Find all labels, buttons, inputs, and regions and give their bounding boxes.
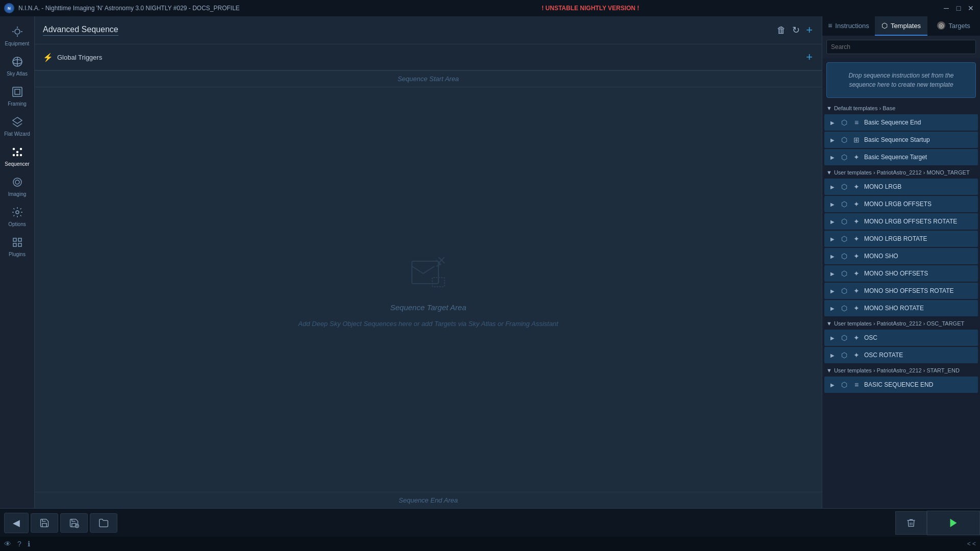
template-label: OSC ROTATE <box>864 352 903 359</box>
sequence-delete-button[interactable] <box>895 511 927 535</box>
target-icon: ✦ <box>852 153 861 162</box>
svg-point-13 <box>15 180 19 184</box>
back-button[interactable]: ◀ <box>4 513 29 533</box>
cube-icon: ⬡ <box>840 234 849 243</box>
category-default-base-label: Default templates › Base <box>834 105 895 111</box>
search-bar <box>822 36 980 58</box>
template-basic-seq-startup[interactable]: ▶ ⬡ ⊞ Basic Sequence Startup <box>824 132 978 148</box>
template-basic-seq-end[interactable]: ▶ ⬡ ≡ Basic Sequence End <box>824 114 978 131</box>
svg-point-10 <box>16 155 18 156</box>
add-trigger-button[interactable]: + <box>805 49 814 65</box>
minimize-button[interactable]: ─ <box>941 3 951 13</box>
collapse-user-mono-icon[interactable]: ▼ <box>826 169 832 176</box>
filter-icon: ✦ <box>852 350 861 360</box>
collapse-user-osc-icon[interactable]: ▼ <box>826 320 832 327</box>
save-button[interactable] <box>31 513 58 533</box>
collapse-user-start-end-icon[interactable]: ▼ <box>826 367 832 373</box>
flat-wizard-label: Flat Wizard <box>4 131 30 137</box>
template-mono-sho-offsets-rotate[interactable]: ▶ ⬡ ✦ MONO SHO OFFSETS ROTATE <box>824 283 978 299</box>
window-controls: ─ □ ✕ <box>941 3 976 13</box>
target-area-icon <box>408 252 449 295</box>
instructions-tab-label: Instructions <box>835 22 869 30</box>
sidebar-item-sky-atlas[interactable]: Sky Atlas <box>0 51 34 81</box>
template-label: MONO SHO <box>864 253 898 260</box>
filter-icon: ✦ <box>852 252 861 261</box>
template-label: Basic Sequence Startup <box>864 136 930 143</box>
add-sequence-button[interactable]: + <box>805 22 814 38</box>
cube-icon: ⬡ <box>840 269 849 278</box>
bottom-left-tools: ◀ <box>0 513 121 533</box>
cube-icon: ⬡ <box>840 217 849 226</box>
collapse-default-base-icon[interactable]: ▼ <box>826 105 832 111</box>
status-bar: 👁 ? ℹ < < <box>0 537 980 551</box>
play-icon: ▶ <box>828 136 837 144</box>
play-icon: ▶ <box>828 217 837 226</box>
left-sidebar: Equipment Sky Atlas Framing <box>0 16 35 508</box>
app-title: N.I.N.A. - Nighttime Imaging 'N' Astrono… <box>18 5 240 12</box>
triggers-text: Global Triggers <box>57 54 102 61</box>
play-icon: ▶ <box>828 287 837 295</box>
visibility-icon[interactable]: 👁 <box>4 540 11 548</box>
sidebar-item-framing[interactable]: Framing <box>0 81 34 111</box>
sky-atlas-label: Sky Atlas <box>7 71 28 77</box>
tab-templates[interactable]: ⬡ Templates <box>875 16 927 36</box>
play-icon: ▶ <box>828 153 837 161</box>
sequence-body: Sequence Start Area Sequence Target Area… <box>35 71 822 508</box>
open-button[interactable] <box>90 513 117 533</box>
filter-icon: ✦ <box>852 217 861 226</box>
maximize-button[interactable]: □ <box>953 3 964 13</box>
template-mono-lrgb-rotate[interactable]: ▶ ⬡ ✦ MONO LRGB ROTATE <box>824 231 978 247</box>
sidebar-item-plugins[interactable]: Plugins <box>0 231 34 261</box>
close-button[interactable]: ✕ <box>966 3 976 13</box>
cube-icon: ⬡ <box>840 118 849 127</box>
template-label: MONO SHO OFFSETS <box>864 270 928 277</box>
collapse-button[interactable]: < < <box>967 540 976 547</box>
template-mono-lrgb-offsets-rotate[interactable]: ▶ ⬡ ✦ MONO LRGB OFFSETS ROTATE <box>824 213 978 230</box>
drop-zone-text: Drop sequence instruction set from the s… <box>848 72 953 88</box>
sidebar-item-imaging[interactable]: Imaging <box>0 171 34 201</box>
sequence-start-area: Sequence Start Area <box>35 71 822 87</box>
plugins-icon <box>10 235 24 249</box>
template-mono-sho-rotate[interactable]: ▶ ⬡ ✦ MONO SHO ROTATE <box>824 300 978 316</box>
play-sequence-button[interactable] <box>927 511 980 535</box>
template-label: Basic Sequence Target <box>864 154 927 161</box>
plugins-label: Plugins <box>9 252 26 257</box>
sidebar-item-sequencer[interactable]: Sequencer <box>0 141 34 171</box>
template-label: MONO LRGB <box>864 183 901 190</box>
info-icon[interactable]: ℹ <box>28 540 30 548</box>
template-mono-lrgb-offsets[interactable]: ▶ ⬡ ✦ MONO LRGB OFFSETS <box>824 196 978 212</box>
sidebar-item-equipment[interactable]: Equipment <box>0 20 34 51</box>
template-mono-lrgb[interactable]: ▶ ⬡ ✦ MONO LRGB <box>824 179 978 195</box>
template-mono-sho[interactable]: ▶ ⬡ ✦ MONO SHO <box>824 248 978 264</box>
template-basic-seq-target[interactable]: ▶ ⬡ ✦ Basic Sequence Target <box>824 149 978 165</box>
template-label: OSC <box>864 334 877 341</box>
template-osc[interactable]: ▶ ⬡ ✦ OSC <box>824 330 978 346</box>
targets-tab-label: Targets <box>948 22 970 30</box>
cube-icon: ⬡ <box>840 153 849 162</box>
sequence-title: Advanced Sequence <box>43 25 118 36</box>
refresh-sequence-button[interactable]: ↻ <box>791 22 801 38</box>
template-osc-rotate[interactable]: ▶ ⬡ ✦ OSC ROTATE <box>824 347 978 363</box>
help-icon[interactable]: ? <box>17 540 21 548</box>
cube-icon: ⬡ <box>840 333 849 342</box>
svg-point-12 <box>13 178 21 186</box>
save-as-button[interactable] <box>60 513 88 533</box>
play-icon: ▶ <box>828 235 837 243</box>
svg-point-11 <box>20 155 21 156</box>
category-default-base: ▼ Default templates › Base <box>822 102 980 113</box>
delete-sequence-button[interactable]: 🗑 <box>776 22 787 38</box>
play-icon: ▶ <box>828 351 837 359</box>
play-icon: ▶ <box>828 200 837 208</box>
sidebar-item-options[interactable]: Options <box>0 201 34 231</box>
filter-icon: ✦ <box>852 269 861 278</box>
cube-icon: ⬡ <box>840 135 849 144</box>
sidebar-item-flat-wizard[interactable]: Flat Wizard <box>0 111 34 141</box>
template-mono-sho-offsets[interactable]: ▶ ⬡ ✦ MONO SHO OFFSETS <box>824 265 978 282</box>
tab-targets[interactable]: ◎ Targets <box>927 16 980 36</box>
sequencer-label: Sequencer <box>5 161 29 167</box>
filter-icon: ✦ <box>852 304 861 313</box>
tab-instructions[interactable]: ≡ Instructions <box>822 16 875 36</box>
search-input[interactable] <box>826 40 976 54</box>
template-basic-sequence-end[interactable]: ▶ ⬡ ≡ BASIC SEQUENCE END <box>824 377 978 393</box>
templates-tab-label: Templates <box>891 22 921 30</box>
